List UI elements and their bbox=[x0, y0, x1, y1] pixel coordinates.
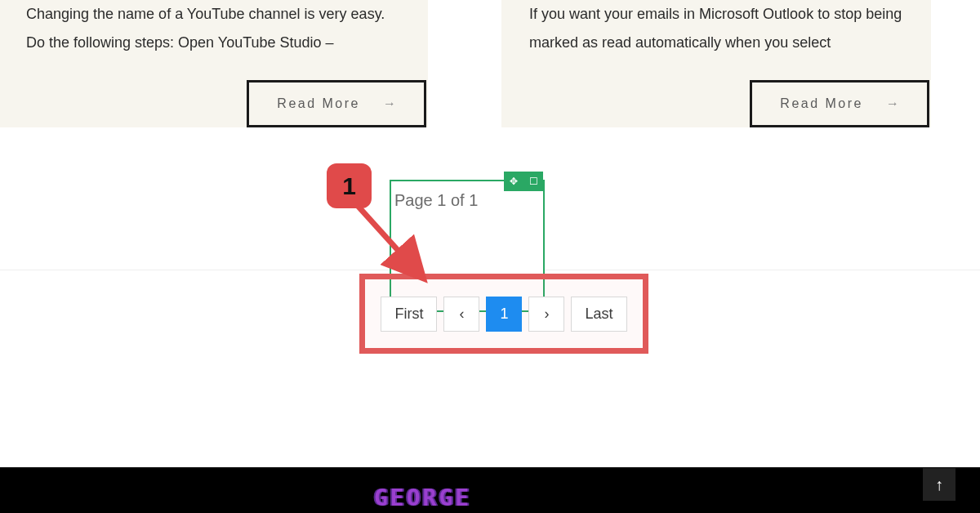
editor-panel-toolbar: ✥ ☐ bbox=[504, 172, 543, 191]
move-icon[interactable]: ✥ bbox=[504, 172, 523, 191]
read-more-button[interactable]: Read More → bbox=[247, 80, 426, 127]
annotation-arrow-icon bbox=[345, 198, 435, 288]
svg-line-0 bbox=[358, 206, 412, 266]
arrow-right-icon: → bbox=[383, 96, 396, 111]
article-cards-row: Changing the name of a YouTube channel i… bbox=[0, 0, 980, 127]
pagination-prev-button[interactable]: ‹ bbox=[443, 297, 479, 332]
article-card: If you want your emails in Microsoft Out… bbox=[501, 0, 931, 127]
pagination-current-page[interactable]: 1 bbox=[486, 297, 522, 332]
pagination-next-button[interactable]: › bbox=[528, 297, 564, 332]
read-more-label: Read More bbox=[277, 96, 360, 111]
article-card: Changing the name of a YouTube channel i… bbox=[0, 0, 428, 127]
read-more-button[interactable]: Read More → bbox=[750, 80, 929, 127]
read-more-label: Read More bbox=[780, 96, 863, 111]
annotation-area: 1 ✥ ☐ Page 1 of 1 First ‹ 1 › Last bbox=[0, 163, 980, 392]
footer-brand-logo: GEORGE bbox=[374, 484, 471, 511]
arrow-right-icon: → bbox=[886, 96, 899, 111]
footer: GEORGE bbox=[0, 467, 980, 513]
pagination-first-button[interactable]: First bbox=[381, 297, 437, 332]
arrow-up-icon: ↑ bbox=[935, 475, 943, 494]
annotation-badge: 1 bbox=[327, 163, 372, 208]
pagination: First ‹ 1 › Last bbox=[381, 297, 626, 332]
annotation-number: 1 bbox=[342, 172, 356, 200]
pagination-last-button[interactable]: Last bbox=[571, 297, 626, 332]
article-excerpt: If you want your emails in Microsoft Out… bbox=[529, 0, 903, 57]
article-excerpt: Changing the name of a YouTube channel i… bbox=[26, 0, 400, 57]
frame-icon[interactable]: ☐ bbox=[523, 172, 543, 191]
scroll-to-top-button[interactable]: ↑ bbox=[923, 468, 956, 501]
